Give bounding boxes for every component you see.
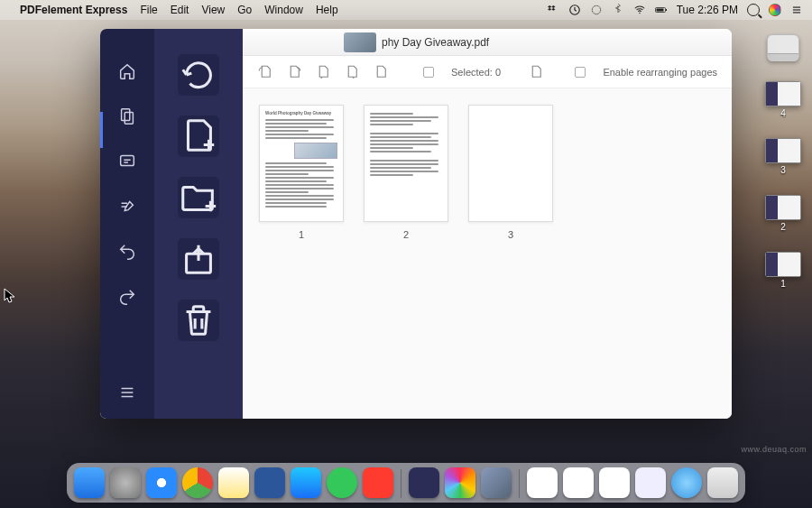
- wifi-icon[interactable]: [633, 4, 646, 16]
- page-toolbar: Selected: 0 Enable rearranging pages: [243, 56, 732, 88]
- desktop-thumb[interactable]: 4: [765, 81, 801, 118]
- menubar-clock[interactable]: Tue 2:26 PM: [677, 4, 738, 16]
- trash-icon[interactable]: [707, 467, 738, 498]
- app-window: phy Day Giveaway.pdf Selected: 0 Enable …: [100, 29, 732, 419]
- minimized-window-2[interactable]: [563, 467, 594, 498]
- comment-icon[interactable]: [117, 152, 137, 171]
- safari-icon[interactable]: [146, 467, 177, 498]
- primary-sidebar: [100, 29, 154, 419]
- preview-icon[interactable]: [481, 467, 512, 498]
- menu-edit[interactable]: Edit: [171, 4, 189, 16]
- menu-window[interactable]: Window: [264, 4, 303, 16]
- notes-icon[interactable]: [218, 467, 249, 498]
- svg-rect-9: [122, 109, 130, 121]
- desktop-items: 4 3 2 1: [765, 34, 801, 289]
- tools-sidebar: [154, 29, 243, 419]
- cursor-icon: [4, 288, 16, 308]
- app-red-icon[interactable]: [363, 467, 393, 498]
- watermark: www.deuaq.com: [741, 445, 807, 454]
- menu-go[interactable]: Go: [237, 4, 252, 16]
- rotate-tool[interactable]: [178, 54, 219, 96]
- pdfelement-icon[interactable]: [409, 467, 439, 498]
- pages-icon[interactable]: [117, 106, 137, 126]
- page-number: 1: [299, 229, 304, 240]
- app-green-icon[interactable]: [327, 467, 357, 498]
- svg-point-1: [592, 5, 600, 14]
- word-icon[interactable]: [254, 467, 285, 498]
- svg-rect-10: [125, 112, 133, 124]
- finder-icon[interactable]: [74, 467, 105, 498]
- page-thumb[interactable]: 2: [364, 105, 448, 240]
- pages-grid: World Photography Day Giveaway 1: [243, 88, 732, 419]
- spotlight-icon[interactable]: [747, 4, 760, 16]
- page-action-3-button[interactable]: [373, 64, 389, 80]
- desktop-thumb[interactable]: 3: [765, 138, 801, 175]
- dropbox-icon[interactable]: [547, 4, 559, 16]
- siri-icon[interactable]: [769, 4, 781, 16]
- add-folder-tool[interactable]: [178, 177, 219, 218]
- page-action-2-button[interactable]: [344, 64, 360, 80]
- add-page-tool[interactable]: [178, 115, 219, 157]
- dock: [67, 463, 745, 503]
- downloads-icon[interactable]: [671, 467, 702, 498]
- menu-help[interactable]: Help: [316, 4, 338, 16]
- desktop-thumb[interactable]: 2: [765, 195, 801, 232]
- redo-icon[interactable]: [117, 287, 137, 307]
- menubar: PDFelement Express File Edit View Go Win…: [0, 0, 812, 20]
- launchpad-icon[interactable]: [110, 467, 141, 498]
- desktop-thumb[interactable]: 1: [765, 252, 801, 289]
- svg-rect-4: [656, 9, 663, 12]
- document-thumb-icon: [344, 32, 376, 52]
- menu-view[interactable]: View: [201, 4, 225, 16]
- dock-separator: [401, 469, 401, 498]
- dock-separator: [519, 469, 520, 498]
- svg-point-2: [639, 13, 640, 14]
- selected-count-label: Selected: 0: [451, 67, 501, 78]
- sidebar-selection-indicator: [100, 112, 103, 148]
- bluetooth-icon[interactable]: [612, 4, 624, 16]
- page-action-1-button[interactable]: [315, 64, 331, 80]
- select-checkbox[interactable]: [423, 67, 434, 78]
- rearrange-label: Enable rearranging pages: [603, 67, 717, 78]
- svg-rect-11: [121, 156, 134, 166]
- sync-icon[interactable]: [568, 4, 581, 16]
- photos-icon[interactable]: [445, 467, 475, 498]
- delete-tool[interactable]: [178, 300, 219, 341]
- home-icon[interactable]: [117, 61, 137, 81]
- minimized-window-1[interactable]: [527, 467, 558, 498]
- app-menu[interactable]: PDFelement Express: [20, 4, 127, 16]
- undo-icon[interactable]: [117, 242, 137, 262]
- menu-icon[interactable]: [117, 383, 137, 402]
- minimized-window-3[interactable]: [599, 467, 630, 498]
- page-single-icon[interactable]: [528, 64, 544, 80]
- battery-icon[interactable]: [655, 4, 668, 16]
- page-thumb[interactable]: World Photography Day Giveaway 1: [259, 105, 344, 240]
- titlebar: phy Day Giveaway.pdf: [243, 29, 732, 56]
- window-main: phy Day Giveaway.pdf Selected: 0 Enable …: [243, 29, 732, 419]
- notification-center-icon[interactable]: [790, 4, 803, 16]
- svg-rect-5: [666, 9, 667, 11]
- appstore-icon[interactable]: [291, 467, 321, 498]
- chrome-icon[interactable]: [182, 467, 213, 498]
- page-number: 2: [403, 229, 409, 240]
- clock-icon[interactable]: [590, 4, 603, 16]
- page-thumb[interactable]: 3: [468, 105, 553, 240]
- rotate-left-button[interactable]: [257, 64, 273, 80]
- drive-icon[interactable]: [767, 34, 799, 61]
- minimized-window-4[interactable]: [635, 467, 666, 498]
- desktop: PDFelement Express File Edit View Go Win…: [0, 0, 812, 508]
- extract-tool[interactable]: [178, 238, 219, 280]
- rearrange-checkbox[interactable]: [575, 67, 586, 78]
- rotate-right-button[interactable]: [286, 64, 302, 80]
- menu-file[interactable]: File: [140, 4, 157, 16]
- document-filename: phy Day Giveaway.pdf: [382, 36, 489, 49]
- page-number: 3: [508, 229, 513, 240]
- edit-icon[interactable]: [117, 197, 137, 217]
